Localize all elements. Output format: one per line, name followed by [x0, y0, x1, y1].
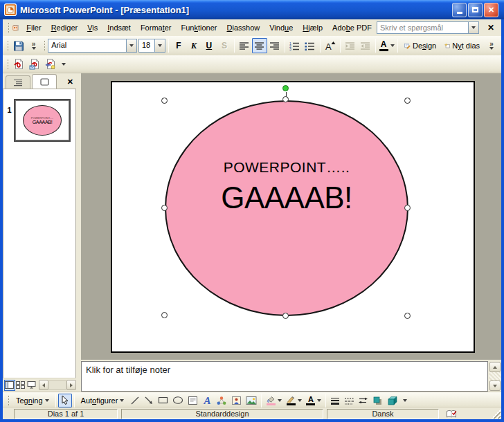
- resize-handle-w[interactable]: [161, 205, 168, 211]
- scroll-track[interactable]: [489, 372, 501, 380]
- ask-question-dropdown[interactable]: [469, 21, 479, 34]
- dash-style-button[interactable]: [342, 394, 356, 407]
- new-slide-button[interactable]: Nyt dias: [440, 38, 484, 53]
- toolbar-overflow-button[interactable]: »: [484, 38, 499, 53]
- menu-rediger[interactable]: Rediger: [46, 21, 83, 35]
- rectangle-tool-button[interactable]: [156, 394, 170, 407]
- convert-to-pdf-email-button[interactable]: [27, 57, 43, 72]
- align-right-button[interactable]: [267, 38, 282, 53]
- resize-handle-ne[interactable]: [404, 98, 411, 104]
- clip-art-button[interactable]: [229, 394, 244, 407]
- notes-pane[interactable]: Klik for at tilføje noter: [81, 361, 488, 392]
- menu-hjaelp[interactable]: Hjælp: [298, 21, 327, 35]
- increase-font-size-button[interactable]: A: [323, 38, 338, 53]
- slide-thumbnail[interactable]: POWERPOINT..... GAAAAB!: [15, 100, 69, 140]
- drawbar-options-button[interactable]: [400, 394, 410, 407]
- toolbar-grip[interactable]: [7, 59, 9, 70]
- tegning-menu-button[interactable]: Tegning: [12, 394, 53, 407]
- document-close-button[interactable]: ✕: [483, 21, 498, 34]
- hscroll-left-button[interactable]: [39, 380, 48, 390]
- separator: [375, 39, 376, 53]
- drawing-font-color-button[interactable]: A: [304, 394, 323, 407]
- shadow-button[interactable]: S: [217, 38, 232, 53]
- autofigurer-menu-button[interactable]: Autofigurer: [77, 394, 129, 407]
- menu-funktioner[interactable]: Funktioner: [177, 21, 222, 35]
- toolbar-grip[interactable]: [44, 40, 46, 51]
- arrow-tool-button[interactable]: [142, 394, 156, 407]
- slide-text[interactable]: POWERPOINT….. GAAAAB!: [148, 159, 425, 214]
- menu-diasshow[interactable]: Diasshow: [222, 21, 265, 35]
- font-size-combo[interactable]: 18: [138, 39, 165, 53]
- slide-sorter-view-button[interactable]: [15, 380, 26, 391]
- status-language: Dansk: [327, 409, 439, 419]
- design-button[interactable]: Design: [400, 38, 440, 53]
- close-button[interactable]: ✕: [484, 3, 498, 17]
- toolbar-overflow-button[interactable]: »: [26, 38, 42, 53]
- oval-tool-button[interactable]: [170, 394, 186, 407]
- pdf-toolbar-options-button[interactable]: [59, 57, 69, 72]
- scroll-up-button[interactable]: [489, 362, 501, 372]
- select-objects-button[interactable]: [58, 394, 72, 407]
- menu-filer[interactable]: Filer: [21, 21, 46, 35]
- ask-question-input[interactable]: [377, 21, 469, 34]
- menu-formater[interactable]: Formater: [136, 21, 177, 35]
- presentation-document-icon[interactable]: [12, 22, 19, 34]
- font-name-dropdown[interactable]: [126, 39, 136, 52]
- scroll-down-button[interactable]: [489, 380, 501, 391]
- increase-indent-button[interactable]: [358, 38, 373, 53]
- line-style-button[interactable]: [328, 394, 342, 407]
- underline-button[interactable]: U: [201, 38, 217, 53]
- arrow-style-button[interactable]: [356, 394, 370, 407]
- resize-handle-sw[interactable]: [161, 312, 168, 318]
- bulleted-list-button[interactable]: [303, 38, 318, 53]
- menu-vindue[interactable]: Vindue: [264, 21, 298, 35]
- align-center-icon: [254, 42, 264, 51]
- font-color-button[interactable]: A: [378, 38, 395, 53]
- rotation-handle[interactable]: [282, 85, 289, 91]
- align-left-button[interactable]: [237, 38, 252, 53]
- convert-to-pdf-review-button[interactable]: [43, 57, 59, 72]
- menu-indsaet[interactable]: Indsæt: [102, 21, 136, 35]
- normal-view-button[interactable]: [4, 380, 15, 391]
- save-button[interactable]: [11, 38, 26, 53]
- resize-handle-s[interactable]: [282, 313, 289, 319]
- font-name-combo[interactable]: Arial: [48, 39, 137, 53]
- hscroll-track[interactable]: [48, 380, 66, 390]
- maximize-button[interactable]: [468, 3, 483, 17]
- resize-grip[interactable]: [492, 410, 501, 419]
- font-size-dropdown[interactable]: [154, 39, 165, 52]
- view-buttons-row: [3, 378, 76, 392]
- resize-handle-se[interactable]: [404, 313, 411, 319]
- slideshow-view-button[interactable]: [26, 380, 37, 391]
- fill-color-button[interactable]: [264, 394, 284, 407]
- align-center-button[interactable]: [252, 38, 267, 53]
- decrease-indent-button[interactable]: [343, 38, 358, 53]
- menu-adobe-pdf[interactable]: Adobe PDF: [327, 21, 377, 35]
- shadow-style-button[interactable]: [370, 394, 385, 407]
- insert-picture-button[interactable]: [244, 394, 259, 407]
- menu-vis[interactable]: Vis: [82, 21, 102, 35]
- tab-outline[interactable]: [6, 75, 30, 89]
- line-tool-button[interactable]: [128, 394, 142, 407]
- tab-slides[interactable]: [32, 74, 57, 89]
- numbered-list-button[interactable]: 123: [287, 38, 303, 53]
- panel-splitter[interactable]: [76, 73, 81, 392]
- panel-close-button[interactable]: ✕: [67, 77, 73, 86]
- resize-handle-nw[interactable]: [161, 98, 168, 104]
- three-d-style-button[interactable]: [385, 394, 400, 407]
- convert-to-pdf-button[interactable]: [11, 57, 27, 72]
- toolbar-grip[interactable]: [8, 395, 10, 406]
- hscroll-right-button[interactable]: [66, 380, 76, 390]
- spellcheck-book-icon[interactable]: [446, 410, 457, 419]
- wordart-button[interactable]: A: [200, 394, 214, 407]
- resize-handle-n[interactable]: [282, 96, 289, 102]
- italic-button[interactable]: K: [186, 38, 201, 53]
- toolbar-grip[interactable]: [7, 40, 9, 51]
- resize-handle-e[interactable]: [404, 205, 411, 211]
- toolbar-grip[interactable]: [8, 22, 9, 33]
- line-color-button[interactable]: [284, 394, 304, 407]
- minimize-button[interactable]: [452, 3, 467, 17]
- text-box-button[interactable]: [186, 394, 200, 407]
- diagram-button[interactable]: [214, 394, 229, 407]
- bold-button[interactable]: F: [171, 38, 186, 53]
